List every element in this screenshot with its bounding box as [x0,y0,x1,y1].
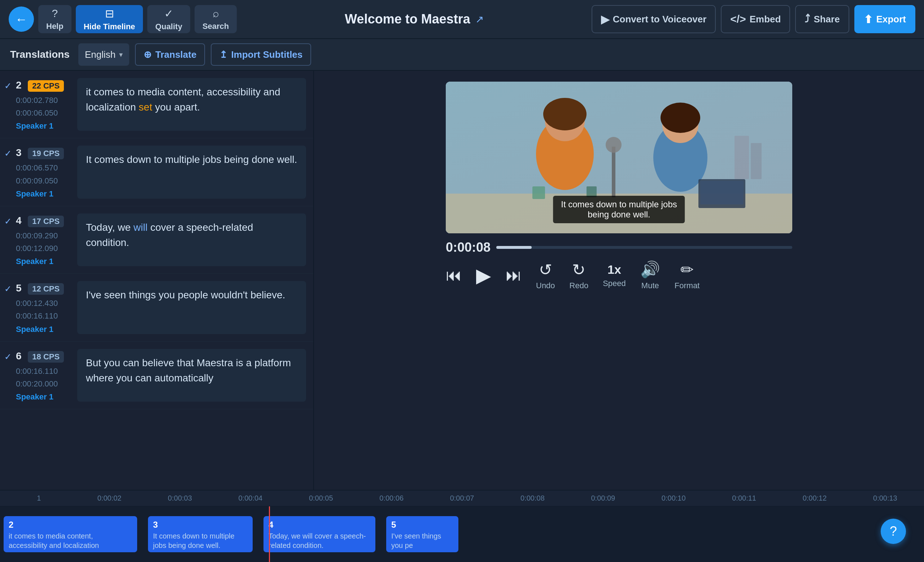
clip-text: Today, we will cover a speech-related co… [268,531,370,550]
ruler-mark: 0:00:12 [779,494,850,502]
external-link-icon[interactable]: ↗ [476,14,484,25]
svg-rect-11 [700,181,744,204]
subtitle-text[interactable]: It comes down to multiple jobs being don… [77,146,306,198]
speaker-label: Speaker 1 [16,189,77,198]
play-button[interactable]: ▶ [476,264,491,287]
speaker-label: Speaker 1 [16,121,77,131]
back-icon: ← [15,12,27,26]
ruler-mark: 0:00:03 [145,494,215,502]
video-current-time: 0:00:08 [446,240,490,255]
ruler-mark: 0:00:11 [709,494,779,502]
subtitle-number: 6 18 CPS [16,350,77,363]
import-subtitles-label: Import Subtitles [231,49,303,60]
time-range: 0:00:06.5700:00:09.050 [16,161,77,187]
help-button[interactable]: ? Help [38,5,72,33]
clip-text-2: set you apart. [9,551,132,552]
hide-timeline-button[interactable]: ⊟ Hide Timeline [76,5,143,33]
search-button[interactable]: ⌕ Search [195,5,237,33]
cps-badge: 17 CPS [28,216,64,227]
timeline-clip[interactable]: 4 Today, we will cover a speech-related … [264,516,375,552]
quality-button[interactable]: ✓ Quality [147,5,190,33]
fast-forward-icon: ⏭ [506,266,522,284]
import-subtitles-button[interactable]: ↥ Import Subtitles [211,44,311,66]
export-label: Export [876,14,906,25]
timeline-clip[interactable]: 3 It comes down to multiple jobs being d… [148,516,253,552]
subtitle-text[interactable]: it comes to media content, accessibility… [77,78,306,131]
subtitle-number: 5 12 CPS [16,283,77,295]
video-subtitle-overlay: It comes down to multiple jobs being don… [553,196,685,223]
toolbar: Translations English ▾ ⊕ Translate ↥ Imp… [0,39,924,71]
subtitle-overlay-line2: being done well. [588,209,650,219]
share-label: Share [813,14,840,25]
translate-label: Translate [155,49,196,60]
svg-rect-8 [612,147,615,197]
rewind-button[interactable]: ⏮ [446,266,462,284]
redo-button[interactable]: ↻ Redo [570,260,589,290]
convert-to-voiceover-button[interactable]: ▶ Convert to Voiceover [592,5,716,33]
hide-timeline-icon: ⊟ [105,7,114,20]
mute-button[interactable]: 🔊 Mute [640,260,660,290]
ruler-mark: 0:00:07 [427,494,497,502]
ruler-mark: 0:00:09 [568,494,638,502]
clip-number: 3 [153,520,248,530]
header-center: Welcome to Maestra ↗ [241,12,587,27]
header: ← ? Help ⊟ Hide Timeline ✓ Quality ⌕ Sea… [0,0,924,39]
subtitle-text[interactable]: Today, we will cover a speech-related co… [77,213,306,266]
subtitle-text[interactable]: But you can believe that Maestra is a pl… [77,349,306,402]
clip-number: 5 [391,520,453,530]
speaker-label: Speaker 1 [16,325,77,334]
subtitle-item: ✓ 3 19 CPS 0:00:06.5700:00:09.050 Speake… [0,138,313,206]
video-panel: It comes down to multiple jobs being don… [314,71,924,490]
controls-row: ⏮ ▶ ⏭ ↺ Undo ↻ Redo 1x Speed 🔊 Mute [446,260,792,290]
embed-label: Embed [750,14,781,25]
check-icon: ✓ [0,213,16,266]
translations-label: Translations [10,49,70,60]
help-icon: ? [52,7,58,20]
mute-label: Mute [641,281,659,290]
translate-button[interactable]: ⊕ Translate [135,44,205,66]
ruler-mark: 0:00:13 [850,494,920,502]
check-icon: ✓ [0,78,16,131]
subtitle-overlay-line1: It comes down to multiple jobs [561,199,677,209]
main-layout: ✓ 2 22 CPS 0:00:02.7800:00:06.050 Speake… [0,71,924,490]
convert-voiceover-label: Convert to Voiceover [613,14,707,25]
subtitle-item: ✓ 4 17 CPS 0:00:09.2900:00:12.090 Speake… [0,206,313,274]
cps-badge: 12 CPS [28,283,64,295]
progress-fill [496,246,532,249]
language-selector[interactable]: English ▾ [78,44,129,66]
timeline-ruler: 1 0:00:02 0:00:03 0:00:04 0:00:05 0:00:0… [0,490,924,506]
subtitle-meta: 5 12 CPS 0:00:12.4300:00:16.110 Speaker … [16,281,77,334]
timeline-tracks: 2 it comes to media content, accessibili… [0,506,924,562]
fast-forward-button[interactable]: ⏭ [506,266,522,284]
subtitle-meta: 3 19 CPS 0:00:06.5700:00:09.050 Speaker … [16,146,77,198]
redo-label: Redo [570,281,589,290]
chevron-down-icon: ▾ [119,50,123,59]
video-container: It comes down to multiple jobs being don… [446,82,792,233]
export-button[interactable]: ⬆ Export [854,5,915,33]
svg-rect-15 [751,143,762,179]
time-range: 0:00:02.7800:00:06.050 [16,94,77,119]
undo-button[interactable]: ↺ Undo [536,260,555,290]
back-button[interactable]: ← [9,6,34,32]
cps-badge: 22 CPS [28,80,64,92]
svg-point-9 [606,137,621,153]
speed-button[interactable]: 1x Speed [603,263,626,288]
undo-icon: ↺ [539,260,552,279]
help-bubble-button[interactable]: ? [880,518,906,544]
embed-button[interactable]: </> Embed [721,5,790,33]
share-button[interactable]: ⤴ Share [795,5,849,33]
progress-bar[interactable] [496,246,792,249]
timeline-playhead [269,506,270,562]
rewind-icon: ⏮ [446,266,462,284]
subtitle-text[interactable]: I've seen things you people wouldn't bel… [77,281,306,334]
ruler-mark: 0:00:04 [215,494,285,502]
format-button[interactable]: ✏ Format [675,260,700,290]
subtitle-item: ✓ 6 18 CPS 0:00:16.1100:00:20.000 Speake… [0,342,313,409]
timeline-clip[interactable]: 2 it comes to media content, accessibili… [4,516,137,552]
embed-icon: </> [730,13,746,25]
video-preview: It comes down to multiple jobs being don… [446,82,792,233]
cps-badge: 18 CPS [28,351,64,363]
video-time-row: 0:00:08 [446,240,792,255]
highlight-word: set [139,102,152,113]
timeline-clip[interactable]: 5 I've seen things you pe [386,516,458,552]
